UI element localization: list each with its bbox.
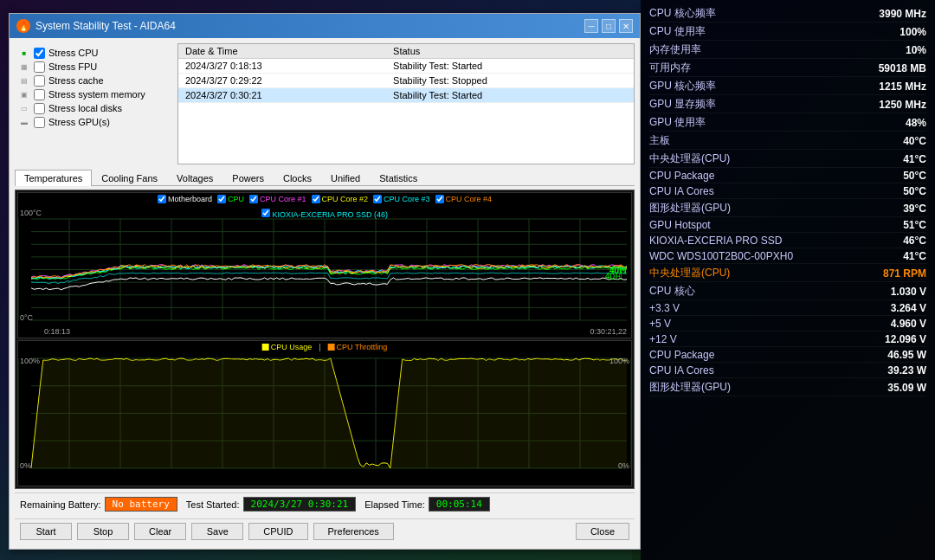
metric-cpu-vcore-label: CPU 核心 (649, 284, 695, 299)
metric-mem-usage-label: 内存使用率 (649, 42, 701, 57)
elapsed-value: 00:05:14 (429, 497, 490, 512)
metric-gpu-power-label: 图形处理器(GPU) (649, 380, 731, 395)
metric-cpu-temp: 中央处理器(CPU) 41°C (649, 151, 926, 168)
stress-memory-label: Stress system memory (48, 89, 145, 100)
metric-kioxia-temp: KIOXIA-EXCERIA PRO SSD 46°C (649, 234, 926, 248)
test-started-value: 2024/3/27 0:30:21 (243, 497, 357, 512)
metric-v12-value: 12.096 V (885, 333, 926, 345)
metric-cpu-freq: CPU 核心频率 3990 MHz (649, 5, 926, 23)
elapsed-status: Elapsed Time: 00:05:14 (364, 497, 490, 512)
status-bar: Remaining Battery: No battery Test Start… (15, 492, 635, 515)
metric-kioxia-temp-value: 46°C (903, 235, 926, 247)
legend-core3-check[interactable] (373, 195, 382, 203)
legend-motherboard: Motherboard (158, 195, 212, 203)
metric-gpu-power-value: 35.09 W (887, 382, 926, 394)
metric-cpu-pkg-temp: CPU Package 50°C (649, 169, 926, 183)
main-window: 🔥 System Stability Test - AIDA64 ─ □ ✕ ■… (9, 13, 641, 550)
metric-v5-label: +5 V (649, 318, 671, 330)
metric-gpu-temp-value: 39°C (903, 203, 926, 215)
stress-gpu-checkbox[interactable] (34, 117, 45, 128)
right-panel: CPU 核心频率 3990 MHz CPU 使用率 100% 内存使用率 10%… (641, 0, 935, 560)
metric-cpu-freq-value: 3990 MHz (879, 8, 926, 20)
metric-wdc-temp-value: 41°C (903, 250, 926, 262)
metric-cpu-ia-temp-label: CPU IA Cores (649, 185, 714, 197)
stress-local-checkbox[interactable] (34, 103, 45, 114)
log-datetime-3: 2024/3/27 0:30:21 (178, 88, 386, 103)
cpu-y-max: 100% (20, 357, 40, 365)
metric-fan-rpm-label: 中央处理器(CPU) (649, 266, 730, 280)
tab-voltages[interactable]: Voltages (167, 170, 222, 186)
button-bar: Start Stop Clear Save CPUID Preferences … (15, 518, 635, 544)
tab-powers[interactable]: Powers (222, 170, 274, 186)
close-button[interactable]: Close (576, 523, 629, 540)
temp-time-labels: 0:18:13 0:30:21,22 (44, 327, 627, 336)
stress-fpu-item: ▦ Stress FPU (18, 61, 167, 73)
col-datetime: Date & Time (178, 44, 386, 59)
metric-cpu-freq-label: CPU 核心频率 (649, 6, 716, 21)
legend-core2-check[interactable] (311, 195, 319, 203)
stress-cache-checkbox[interactable] (34, 75, 45, 87)
metric-cpu-vcore-value: 1.030 V (891, 286, 926, 298)
stress-memory-checkbox[interactable] (34, 89, 45, 100)
stress-fpu-checkbox[interactable] (34, 61, 45, 73)
battery-status: Remaining Battery: No battery (20, 497, 177, 512)
stress-cache-item: ▤ Stress cache (18, 74, 167, 87)
battery-label: Remaining Battery: (20, 499, 101, 510)
legend-motherboard-check[interactable] (158, 195, 166, 203)
stress-cpu-item: ■ Stress CPU (18, 47, 167, 59)
tab-temperatures[interactable]: Temperatures (15, 170, 92, 186)
cpu-throttle-color (328, 344, 335, 351)
metric-motherboard-temp-value: 40°C (903, 135, 926, 147)
stress-cpu-checkbox[interactable] (34, 48, 45, 59)
preferences-button[interactable]: Preferences (313, 523, 394, 540)
time-label-1: 0:18:13 (44, 327, 70, 336)
legend-motherboard-label: Motherboard (168, 195, 212, 203)
metric-cpu-usage: CPU 使用率 100% (649, 23, 926, 41)
save-button[interactable]: Save (191, 523, 243, 540)
cache-icon: ▤ (18, 74, 30, 87)
ssd-legend-check[interactable] (261, 209, 270, 217)
metric-gpu-usage: GPU 使用率 48% (649, 114, 926, 132)
metric-gpu-usage-value: 48% (906, 117, 926, 129)
metric-gpu-mem-freq-value: 1250 MHz (879, 99, 926, 111)
close-window-button[interactable]: ✕ (619, 19, 633, 33)
clear-button[interactable]: Clear (134, 523, 186, 540)
metric-v12-label: +12 V (649, 333, 677, 345)
legend-core1-check[interactable] (249, 195, 258, 203)
window-title: System Stability Test - AIDA64 (35, 20, 176, 32)
tab-statistics[interactable]: Statistics (370, 170, 427, 186)
metric-v12: +12 V 12.096 V (649, 332, 926, 347)
minimize-button[interactable]: ─ (584, 19, 598, 33)
start-button[interactable]: Start (20, 523, 72, 540)
log-row-3: 2024/3/27 0:30:21 Stability Test: Starte… (178, 88, 634, 103)
legend-separator: | (319, 343, 320, 351)
metric-gpu-mem-freq: GPU 显存频率 1250 MHz (649, 96, 926, 113)
battery-value: No battery (105, 497, 177, 512)
metric-cpu-pkg-power-value: 46.95 W (887, 349, 926, 361)
metric-motherboard-temp: 主板 40°C (649, 132, 926, 150)
legend-core4-check[interactable] (435, 195, 444, 203)
metric-mem-usage: 内存使用率 10% (649, 42, 926, 59)
log-row-1: 2024/3/27 0:18:13 Stability Test: Starte… (178, 59, 634, 74)
metric-cpu-ia-power-label: CPU IA Cores (649, 364, 714, 377)
cpuid-button[interactable]: CPUID (248, 523, 307, 540)
cpu-chart-panel: CPU Usage | CPU Throttling 100% 0% 100% … (17, 340, 632, 486)
metric-gpu-hotspot-label: GPU Hotspot (649, 219, 711, 231)
stress-cpu-label: Stress CPU (48, 48, 98, 58)
stop-button[interactable]: Stop (77, 523, 129, 540)
gpu-icon: ▬ (18, 116, 30, 128)
cpu-chart-legend: CPU Usage | CPU Throttling (262, 343, 388, 351)
legend-cpu-check[interactable] (217, 195, 226, 203)
tab-cooling-fans[interactable]: Cooling Fans (92, 170, 167, 186)
temp-y-min: 0°C (20, 313, 33, 322)
log-status-2: Stability Test: Stopped (386, 74, 634, 88)
maximize-button[interactable]: □ (602, 19, 616, 33)
temperature-chart-panel: Motherboard CPU CPU Core #1 CPU Core #2 (17, 192, 632, 338)
metric-v33-label: +3.3 V (649, 302, 680, 314)
cpu-y-right-min: 0% (618, 461, 629, 470)
legend-cpu-throttle-label: CPU Throttling (337, 343, 388, 351)
tab-unified[interactable]: Unified (321, 170, 370, 186)
legend-core3-label: CPU Core #3 (384, 195, 430, 203)
tab-clocks[interactable]: Clocks (274, 170, 321, 186)
stress-cache-label: Stress cache (48, 75, 104, 86)
